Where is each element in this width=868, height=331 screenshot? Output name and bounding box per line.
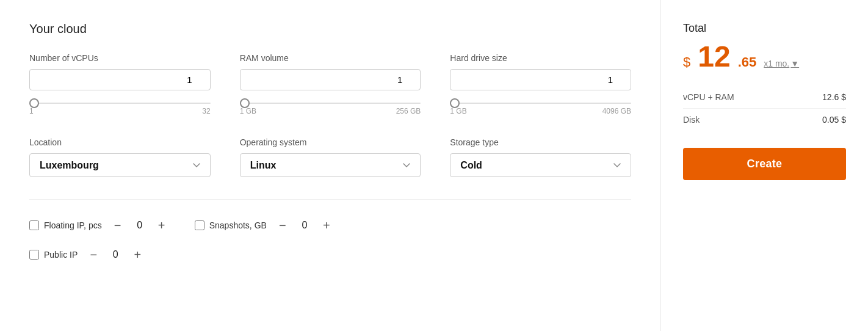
- vcpu-slider-container: 1 32: [29, 95, 211, 118]
- breakdown-vcpu-value: 12.6 $: [822, 92, 846, 102]
- public-ip-increment[interactable]: +: [129, 246, 146, 263]
- vcpu-label: Number of vCPUs: [29, 53, 211, 63]
- public-ip-checkbox[interactable]: [29, 250, 39, 260]
- os-group: Operating system Linux Windows FreeBSD: [240, 137, 421, 177]
- vcpu-min: 1: [29, 107, 34, 115]
- snapshots-label: Snapshots, GB: [209, 220, 267, 230]
- snapshots-increment[interactable]: +: [318, 217, 335, 234]
- addon-row-1: Floating IP, pcs − 0 + Snapshots, GB − 0…: [29, 217, 631, 234]
- hdd-group: Hard drive size 1 GB 4096 GB: [450, 53, 631, 118]
- price-display: $ 12 .65 x1 mo. ▼: [683, 42, 846, 71]
- ram-slider[interactable]: [240, 103, 421, 104]
- vcpu-input[interactable]: [38, 75, 201, 85]
- vcpu-max: 32: [202, 107, 210, 115]
- ram-input-box: [240, 69, 421, 90]
- ram-label: RAM volume: [240, 53, 421, 63]
- public-ip-stepper: − 0 +: [85, 246, 146, 263]
- config-row: Number of vCPUs 1 32 RAM volume: [29, 53, 631, 118]
- public-ip-label: Public IP: [44, 250, 78, 260]
- floating-ip-value: 0: [132, 220, 147, 231]
- os-label: Operating system: [240, 137, 421, 147]
- snapshots-item: Snapshots, GB − 0 +: [195, 217, 335, 234]
- storage-group: Storage type Cold Hot Ultra: [450, 137, 631, 177]
- price-main: 12: [698, 42, 730, 71]
- floating-ip-checkbox[interactable]: [29, 220, 39, 230]
- os-select[interactable]: Linux Windows FreeBSD: [240, 153, 421, 177]
- create-button[interactable]: Create: [683, 148, 846, 180]
- snapshots-value: 0: [297, 220, 312, 231]
- storage-label: Storage type: [450, 137, 631, 147]
- floating-ip-decrement[interactable]: −: [109, 217, 126, 234]
- hdd-slider-container: 1 GB 4096 GB: [450, 95, 631, 118]
- hdd-slider[interactable]: [450, 103, 631, 104]
- ram-max: 256 GB: [396, 107, 421, 115]
- chevron-down-icon: ▼: [790, 59, 799, 68]
- page-title: Your cloud: [29, 22, 631, 36]
- ram-min: 1 GB: [240, 107, 256, 115]
- hdd-max: 4096 GB: [602, 107, 631, 115]
- hdd-min: 1 GB: [450, 107, 466, 115]
- snapshots-stepper: − 0 +: [274, 217, 335, 234]
- dropdown-row: Location Luxembourg Frankfurt Amsterdam …: [29, 137, 631, 177]
- snapshots-checkbox[interactable]: [195, 220, 204, 230]
- floating-ip-stepper: − 0 +: [109, 217, 170, 234]
- ram-slider-container: 1 GB 256 GB: [240, 95, 421, 118]
- location-label: Location: [29, 137, 211, 147]
- location-group: Location Luxembourg Frankfurt Amsterdam …: [29, 137, 211, 177]
- ram-input[interactable]: [249, 75, 412, 85]
- vcpu-slider[interactable]: [29, 103, 211, 104]
- breakdown-disk-label: Disk: [683, 115, 700, 125]
- addon-row-2: Public IP − 0 +: [29, 246, 631, 263]
- ram-group: RAM volume 1 GB 256 GB: [240, 53, 421, 118]
- snapshots-decrement[interactable]: −: [274, 217, 291, 234]
- public-ip-decrement[interactable]: −: [85, 246, 102, 263]
- storage-select[interactable]: Cold Hot Ultra: [450, 153, 631, 177]
- price-period[interactable]: x1 mo. ▼: [764, 59, 799, 68]
- hdd-label: Hard drive size: [450, 53, 631, 63]
- public-ip-checkbox-label[interactable]: Public IP: [29, 250, 78, 260]
- sidebar: Total $ 12 .65 x1 mo. ▼ vCPU + RAM 12.6 …: [660, 0, 868, 331]
- vcpu-group: Number of vCPUs 1 32: [29, 53, 211, 118]
- price-breakdown: vCPU + RAM 12.6 $ Disk 0.05 $: [683, 86, 846, 131]
- location-select[interactable]: Luxembourg Frankfurt Amsterdam Paris: [29, 153, 211, 177]
- breakdown-disk-value: 0.05 $: [822, 115, 846, 125]
- breakdown-vcpu-label: vCPU + RAM: [683, 92, 734, 102]
- floating-ip-label: Floating IP, pcs: [44, 220, 102, 230]
- breakdown-disk: Disk 0.05 $: [683, 109, 846, 131]
- floating-ip-checkbox-label[interactable]: Floating IP, pcs: [29, 220, 102, 230]
- vcpu-input-box: [29, 69, 211, 90]
- total-label: Total: [683, 22, 846, 35]
- breakdown-vcpu: vCPU + RAM 12.6 $: [683, 86, 846, 109]
- hdd-input-box: [450, 69, 631, 90]
- public-ip-item: Public IP − 0 +: [29, 246, 146, 263]
- snapshots-checkbox-label[interactable]: Snapshots, GB: [195, 220, 267, 230]
- price-symbol: $: [683, 54, 690, 70]
- price-cents: .65: [738, 54, 757, 70]
- floating-ip-item: Floating IP, pcs − 0 +: [29, 217, 170, 234]
- public-ip-value: 0: [108, 249, 123, 260]
- floating-ip-increment[interactable]: +: [153, 217, 170, 234]
- hdd-input[interactable]: [459, 75, 622, 85]
- divider: [29, 199, 631, 200]
